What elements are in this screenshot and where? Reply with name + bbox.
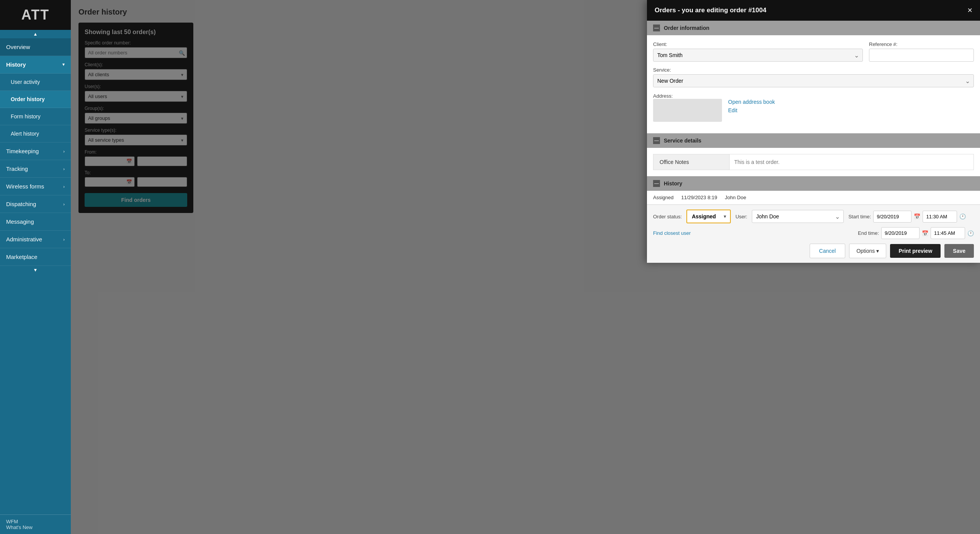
- chevron-right-icon: ›: [63, 184, 65, 189]
- sidebar-item-marketplace[interactable]: Marketplace: [0, 248, 71, 266]
- end-date-input[interactable]: [881, 227, 920, 239]
- sidebar-item-label: Administrative: [6, 236, 42, 242]
- start-time-label: Start time:: [848, 214, 871, 219]
- history-action: Assigned: [653, 195, 673, 200]
- save-button[interactable]: Save: [944, 244, 974, 258]
- office-notes-input[interactable]: [730, 154, 974, 170]
- modal-body: — Order information Client: Tom Smith: [647, 21, 980, 205]
- service-details-label: Service details: [664, 138, 701, 144]
- order-info-label: Order information: [664, 25, 709, 31]
- sidebar-item-label: Order history: [11, 96, 45, 102]
- footer-top: Order status: Assigned User: John Doe St…: [653, 210, 974, 223]
- reference-group: Reference #:: [869, 41, 974, 62]
- sidebar-item-label: Dispatching: [6, 201, 36, 207]
- print-preview-button[interactable]: Print preview: [890, 244, 941, 258]
- user-select-wrapper: John Doe: [752, 210, 844, 223]
- service-details-form: Office Notes: [647, 148, 980, 176]
- collapse-service-details-button[interactable]: —: [653, 137, 660, 144]
- client-label: Client:: [653, 41, 863, 47]
- modal-header: Orders - you are editing order #1004 ×: [647, 0, 980, 21]
- cancel-button[interactable]: Cancel: [810, 244, 846, 258]
- sidebar-item-label: Messaging: [6, 218, 34, 225]
- sidebar-item-order-history[interactable]: Order history: [0, 91, 71, 108]
- sidebar-item-alert-history[interactable]: Alert history: [0, 125, 71, 143]
- history-entry: Assigned 11/29/2023 8:19 John Doe: [647, 191, 980, 205]
- clock-icon: 🕐: [959, 213, 966, 219]
- user-select[interactable]: John Doe: [752, 210, 844, 223]
- edit-address-button[interactable]: Edit: [728, 107, 775, 113]
- status-select-wrapper: Assigned: [686, 210, 731, 223]
- find-closest-user-button[interactable]: Find closest user: [653, 230, 691, 236]
- sidebar-item-label: Marketplace: [6, 254, 38, 260]
- sidebar-item-label: Alert history: [11, 131, 39, 137]
- chevron-down-icon: ▾: [876, 248, 879, 254]
- service-label: Service:: [653, 67, 974, 73]
- edit-order-modal: Orders - you are editing order #1004 × —…: [647, 0, 980, 263]
- address-group: Address: Open address book Edit: [653, 93, 974, 122]
- close-button[interactable]: ×: [967, 6, 972, 15]
- order-status-label: Order status:: [653, 214, 682, 219]
- sidebar-item-form-history[interactable]: Form history: [0, 108, 71, 125]
- sidebar-item-overview[interactable]: Overview: [0, 38, 71, 56]
- history-label: History: [664, 180, 682, 187]
- sidebar-item-history[interactable]: History ▾: [0, 56, 71, 74]
- sidebar-item-label: Timekeeping: [6, 148, 39, 154]
- start-time-input[interactable]: [923, 211, 957, 223]
- sidebar-bottom: WFM What's New: [0, 514, 71, 534]
- sidebar-item-wireless-forms[interactable]: Wireless forms ›: [0, 178, 71, 195]
- client-select[interactable]: Tom Smith: [653, 49, 863, 62]
- calendar-icon: 📅: [914, 213, 920, 219]
- collapse-history-button[interactable]: —: [653, 180, 660, 187]
- order-info-form: Client: Tom Smith Reference #:: [647, 35, 980, 133]
- address-map: [653, 99, 722, 122]
- end-time-field: End time: 📅 🕐: [858, 227, 974, 239]
- sidebar-item-label: Form history: [11, 113, 41, 120]
- calendar-icon: 📅: [922, 230, 928, 236]
- end-time-label: End time:: [858, 230, 879, 236]
- sidebar-scroll-up[interactable]: ▲: [0, 30, 71, 38]
- sidebar-item-label: Tracking: [6, 165, 28, 172]
- order-status-select[interactable]: Assigned: [686, 210, 731, 223]
- service-details-section-header: — Service details: [647, 133, 980, 148]
- options-label: Options: [856, 248, 875, 254]
- whats-new-label: What's New: [6, 524, 65, 530]
- sidebar-item-timekeeping[interactable]: Timekeeping ›: [0, 143, 71, 160]
- end-time-input[interactable]: [931, 227, 965, 239]
- sidebar-item-tracking[interactable]: Tracking ›: [0, 160, 71, 178]
- service-select[interactable]: New Order: [653, 74, 974, 87]
- sidebar-item-administrative[interactable]: Administrative ›: [0, 231, 71, 248]
- clock-icon: 🕐: [967, 230, 974, 236]
- sidebar: ATT ▲ Overview History ▾ User activity O…: [0, 0, 71, 534]
- sidebar-item-label: User activity: [11, 79, 40, 85]
- options-button[interactable]: Options ▾: [849, 244, 886, 258]
- address-label: Address:: [653, 93, 673, 99]
- chevron-right-icon: ›: [63, 202, 65, 206]
- sidebar-item-user-activity[interactable]: User activity: [0, 74, 71, 91]
- sidebar-item-messaging[interactable]: Messaging: [0, 213, 71, 231]
- start-date-input[interactable]: [873, 211, 911, 223]
- reference-input[interactable]: [869, 49, 974, 62]
- address-actions: Open address book Edit: [728, 99, 775, 113]
- sidebar-item-dispatching[interactable]: Dispatching ›: [0, 195, 71, 213]
- sidebar-item-label: Wireless forms: [6, 183, 44, 190]
- chevron-down-icon: ▾: [62, 62, 65, 67]
- collapse-order-info-button[interactable]: —: [653, 25, 660, 31]
- reference-label: Reference #:: [869, 41, 974, 47]
- sidebar-item-label: Overview: [6, 44, 30, 50]
- footer-buttons: Cancel Options ▾ Print preview Save: [653, 244, 974, 258]
- open-address-book-button[interactable]: Open address book: [728, 99, 775, 105]
- modal-overlay: Orders - you are editing order #1004 × —…: [71, 0, 980, 534]
- office-notes-row: Office Notes: [653, 154, 974, 170]
- sidebar-item-label: History: [6, 61, 26, 68]
- app-logo: ATT: [0, 0, 71, 30]
- chevron-right-icon: ›: [63, 237, 65, 242]
- office-notes-label: Office Notes: [653, 154, 730, 170]
- chevron-right-icon: ›: [63, 149, 65, 154]
- order-info-section-header: — Order information: [647, 21, 980, 35]
- modal-title: Orders - you are editing order #1004: [655, 7, 766, 14]
- user-label: User:: [735, 214, 747, 219]
- client-group: Client: Tom Smith: [653, 41, 863, 62]
- history-content: Assigned 11/29/2023 8:19 John Doe: [647, 191, 980, 205]
- chevron-right-icon: ›: [63, 167, 65, 171]
- sidebar-scroll-down[interactable]: ▼: [0, 266, 71, 274]
